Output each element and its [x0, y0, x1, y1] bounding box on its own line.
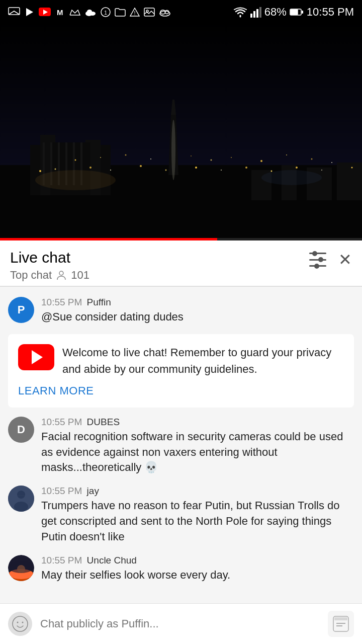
svg-marker-1	[26, 8, 33, 16]
svg-point-47	[211, 159, 212, 161]
svg-point-58	[165, 170, 167, 171]
send-button[interactable]	[328, 611, 354, 637]
svg-point-52	[331, 162, 332, 163]
avatar	[8, 486, 34, 512]
message-time: 10:55 PM	[41, 486, 82, 496]
svg-point-54	[55, 169, 56, 170]
svg-point-44	[125, 154, 127, 156]
svg-point-63	[296, 167, 298, 169]
live-chat-subtitle: Top chat 101	[10, 269, 89, 282]
message-text: Facial recognition software in security …	[41, 429, 354, 475]
chat-input[interactable]	[40, 617, 320, 630]
svg-point-81	[17, 622, 19, 623]
svg-point-71	[17, 491, 25, 499]
svg-point-55	[89, 167, 92, 169]
learn-more-button[interactable]: LEARN MORE	[18, 384, 344, 397]
emoji-button[interactable]	[8, 612, 32, 636]
message-time: 10:55 PM	[41, 297, 82, 307]
svg-point-60	[221, 170, 222, 171]
svg-rect-84	[334, 617, 347, 620]
message-username: jay	[87, 486, 99, 496]
message-text: May their selfies look worse every day.	[41, 568, 354, 583]
live-chat-title: Live chat	[10, 249, 89, 267]
svg-point-43	[100, 157, 101, 158]
svg-text:M: M	[57, 8, 63, 17]
message-content: 10:55 PM jay Trumpers have no reason to …	[41, 486, 354, 544]
svg-text:1: 1	[104, 10, 107, 16]
list-item: 10:55 PM jay Trumpers have no reason to …	[0, 480, 362, 549]
youtube-logo-icon	[18, 344, 54, 370]
svg-point-82	[22, 622, 24, 623]
svg-point-62	[271, 171, 273, 172]
welcome-card-top: Welcome to live chat! Remember to guard …	[18, 344, 344, 377]
svg-rect-23	[302, 11, 303, 14]
svg-rect-19	[256, 9, 258, 18]
top-chat-label: Top chat	[10, 269, 52, 282]
svg-point-53	[39, 170, 41, 172]
svg-point-66	[171, 120, 175, 180]
svg-point-42	[75, 159, 76, 161]
message-meta: 10:55 PM jay	[41, 486, 354, 497]
svg-point-68	[261, 170, 322, 185]
message-text: @Sue consider dating dudes	[41, 309, 354, 325]
video-content	[0, 24, 362, 240]
live-chat-title-group: Live chat Top chat 101	[10, 249, 89, 282]
avatar	[8, 555, 34, 581]
video-player[interactable]	[0, 24, 362, 240]
svg-point-64	[321, 170, 322, 171]
message-time: 10:55 PM	[41, 417, 82, 427]
svg-point-50	[286, 154, 287, 155]
svg-point-56	[110, 170, 111, 171]
svg-rect-20	[259, 7, 261, 18]
viewer-count: 101	[71, 269, 89, 282]
status-icons-right: 68% 10:55 PM	[233, 6, 354, 19]
message-content: 10:55 PM DUBES Facial recognition softwa…	[41, 417, 354, 475]
video-progress-fill	[0, 238, 217, 240]
avatar: P	[8, 297, 34, 323]
svg-point-61	[245, 167, 247, 169]
message-content: 10:55 PM Uncle Chud May their selfies lo…	[41, 555, 354, 583]
video-progress-bar[interactable]	[0, 238, 362, 240]
chat-messages-area: P 10:55 PM Puffin @Sue consider dating d…	[0, 287, 362, 639]
list-item: D 10:55 PM DUBES Facial recognition soft…	[0, 412, 362, 480]
svg-point-72	[14, 502, 28, 512]
battery-percent: 68%	[264, 6, 287, 19]
svg-point-65	[351, 167, 353, 169]
message-username: Uncle Chud	[87, 555, 137, 566]
status-icons-left: M 1 !	[8, 7, 171, 17]
status-bar: M 1 ! 68%	[0, 0, 362, 24]
viewer-icon	[56, 270, 67, 281]
chat-input-bar	[0, 603, 362, 644]
list-item: P 10:55 PM Puffin @Sue consider dating d…	[0, 292, 362, 330]
svg-rect-22	[291, 10, 298, 15]
svg-point-7	[87, 10, 92, 14]
svg-point-51	[311, 158, 313, 160]
svg-point-48	[231, 157, 232, 158]
filter-icon[interactable]	[309, 253, 326, 267]
svg-point-45	[150, 158, 151, 159]
message-text: Trumpers have no reason to fear Putin, b…	[41, 498, 354, 544]
list-item: 10:55 PM Uncle Chud May their selfies lo…	[0, 550, 362, 588]
avatar: D	[8, 417, 34, 443]
message-username: DUBES	[87, 417, 120, 427]
welcome-card: Welcome to live chat! Remember to guard …	[8, 334, 354, 408]
svg-point-80	[13, 616, 28, 631]
svg-point-57	[140, 165, 142, 167]
message-time: 10:55 PM	[41, 555, 82, 566]
live-chat-header: Live chat Top chat 101 ✕	[0, 240, 362, 286]
message-meta: 10:55 PM Uncle Chud	[41, 555, 354, 566]
status-time: 10:55 PM	[307, 6, 354, 19]
svg-point-67	[35, 170, 116, 190]
svg-point-49	[260, 160, 262, 162]
svg-point-69	[59, 271, 63, 275]
svg-text:!: !	[134, 10, 136, 16]
svg-point-59	[195, 167, 197, 169]
svg-point-46	[191, 155, 192, 156]
svg-point-79	[8, 561, 34, 573]
svg-rect-41	[337, 163, 362, 200]
svg-rect-17	[250, 14, 252, 18]
message-content: 10:55 PM Puffin @Sue consider dating dud…	[41, 297, 354, 325]
svg-rect-18	[253, 11, 255, 18]
chat-header-icons: ✕	[309, 249, 352, 268]
close-icon[interactable]: ✕	[338, 252, 352, 268]
